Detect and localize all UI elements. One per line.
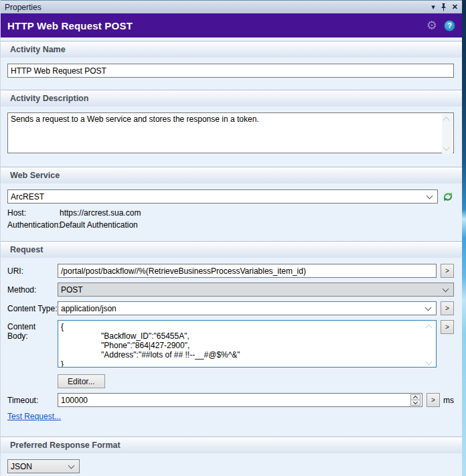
help-icon[interactable]: ? — [444, 20, 455, 31]
chevron-down-icon — [443, 285, 449, 292]
web-service-selected: ArcREST — [11, 192, 427, 202]
uri-label: URI: — [7, 266, 58, 276]
activity-header: HTTP Web Request POST ⚙ ? — [1, 13, 462, 37]
content-body-label: Content Body: — [7, 320, 58, 341]
response-format-selected: JSON — [11, 462, 69, 471]
close-icon[interactable]: ✕ — [452, 3, 458, 11]
window-menu-icon[interactable]: ▾ — [431, 3, 435, 11]
authentication-label: Authentication: — [7, 220, 60, 230]
timeout-label: Timeout: — [7, 396, 58, 405]
section-web-service-label: Web Service — [10, 171, 60, 180]
section-activity-description-label: Activity Description — [10, 94, 88, 103]
scroll-up-icon[interactable] — [443, 117, 450, 124]
scroll-up-icon[interactable] — [426, 325, 433, 331]
content-type-label: Content Type: — [7, 304, 58, 313]
method-selected: POST — [61, 285, 443, 295]
editor-button[interactable]: Editor... — [58, 374, 105, 388]
section-request: Request — [1, 241, 462, 258]
method-dropdown[interactable]: POST — [58, 283, 454, 297]
authentication-value: Default Authentication — [60, 220, 138, 230]
uri-input[interactable] — [58, 264, 437, 278]
timeout-spinner[interactable] — [410, 394, 420, 406]
chevron-down-icon — [426, 192, 433, 199]
web-service-dropdown[interactable]: ArcREST — [7, 189, 438, 204]
window-titlebar: Properties ▾ ✕ — [1, 0, 462, 13]
section-activity-description: Activity Description — [1, 90, 462, 106]
host-label: Host: — [7, 208, 60, 218]
scroll-down-icon[interactable] — [426, 359, 433, 366]
spinner-down-icon[interactable] — [410, 400, 420, 406]
pin-icon[interactable] — [441, 3, 447, 11]
content-body-textarea[interactable]: { "Backflow_ID":"65455A", "Phone":"864|4… — [58, 320, 437, 368]
section-web-service: Web Service — [1, 167, 462, 183]
scroll-down-icon[interactable] — [443, 145, 450, 151]
chevron-down-icon — [425, 304, 432, 311]
section-preferred-response-format: Preferred Response Format — [1, 437, 462, 453]
gear-icon[interactable]: ⚙ — [426, 19, 437, 31]
refresh-icon[interactable] — [442, 191, 454, 203]
window-title: Properties — [5, 3, 431, 12]
timeout-unit-label: ms — [443, 396, 454, 405]
section-activity-name-label: Activity Name — [10, 45, 66, 54]
content-body-token-button[interactable]: > — [441, 320, 454, 334]
activity-name-input[interactable] — [7, 64, 454, 78]
uri-token-button[interactable]: > — [441, 264, 454, 278]
content-type-combobox[interactable]: application/json — [58, 301, 437, 315]
host-value: https://arcrest.sua.com — [60, 208, 141, 218]
content-body-scrollbar[interactable] — [424, 321, 435, 368]
content-type-value: application/json — [61, 304, 426, 313]
test-request-link[interactable]: Test Request... — [7, 412, 61, 421]
timeout-input[interactable] — [58, 393, 422, 407]
description-scrollbar[interactable] — [442, 114, 453, 154]
section-request-label: Request — [10, 245, 43, 254]
response-format-dropdown[interactable]: JSON — [7, 459, 80, 473]
chevron-down-icon — [68, 462, 75, 469]
activity-description-textarea[interactable]: Sends a request to a Web service and sto… — [7, 112, 454, 153]
section-activity-name: Activity Name — [1, 41, 462, 58]
content-type-token-button[interactable]: > — [441, 301, 454, 315]
timeout-token-button[interactable]: > — [426, 393, 440, 407]
properties-panel: Properties ▾ ✕ HTTP Web Request POST ⚙ ?… — [0, 0, 462, 476]
background-window-edge — [462, 0, 466, 476]
section-preferred-response-format-label: Preferred Response Format — [10, 441, 121, 450]
method-label: Method: — [7, 285, 58, 295]
activity-header-title: HTTP Web Request POST — [7, 20, 426, 31]
